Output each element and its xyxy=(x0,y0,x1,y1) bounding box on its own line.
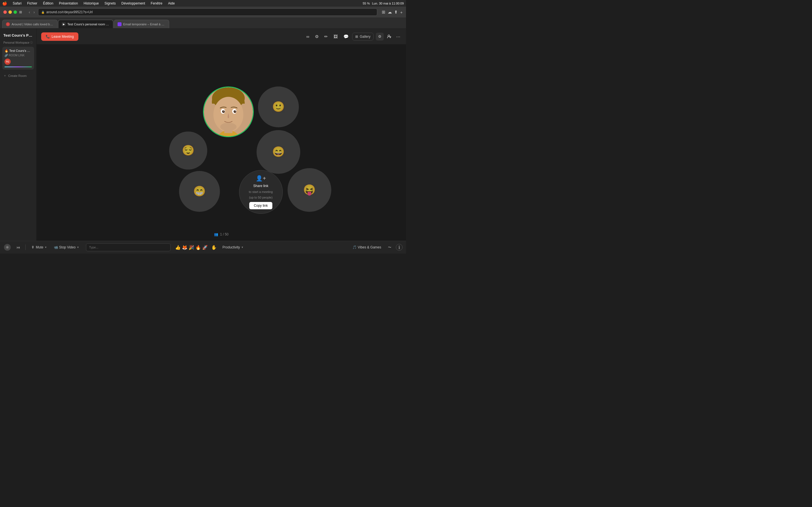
sidebar-toggle-icon[interactable]: ⊞ xyxy=(19,10,22,14)
secure-icon: 🔒 xyxy=(41,11,45,14)
menu-signets[interactable]: Signets xyxy=(103,1,117,6)
participant-emoji-3: 😄 xyxy=(272,146,285,158)
stop-video-button[interactable]: 📹 Stop Video ▼ xyxy=(52,244,82,250)
active-indicator-bar xyxy=(4,66,32,67)
nav-buttons: ‹ › xyxy=(28,9,36,15)
bottom-right-icons: 🎵 Vibes & Games 〜 ℹ xyxy=(350,244,403,251)
browser-chrome: ⊞ ‹ › 🔒 around.co/r/deyax99521?s=Url ⊞ ☁… xyxy=(0,7,406,29)
reaction-party[interactable]: 🎉 xyxy=(189,245,194,250)
sidebar-workspace-subtitle: Personal Workspace ⓘ xyxy=(2,41,34,45)
browser-toolbar: ⊞ ‹ › 🔒 around.co/r/deyax99521?s=Url ⊞ ☁… xyxy=(0,7,406,17)
music-icon: 🎵 xyxy=(352,245,357,249)
chat-input[interactable] xyxy=(89,245,167,249)
add-people-button[interactable] xyxy=(386,33,393,40)
productivity-chevron-icon: ▼ xyxy=(241,246,244,249)
participant-1[interactable]: 🙂 xyxy=(258,87,299,127)
tab-label-0: Around | Video calls loved by extraordin… xyxy=(11,22,54,26)
menu-developpement[interactable]: Développement xyxy=(120,1,146,6)
participant-4[interactable]: 😁 xyxy=(179,171,220,212)
chat-input-area[interactable] xyxy=(86,243,170,251)
menu-aide[interactable]: Aide xyxy=(167,1,176,6)
reaction-rocket[interactable]: 🚀 xyxy=(202,245,208,250)
reaction-thumbs-up[interactable]: 👍 xyxy=(175,245,181,250)
tab-around-home[interactable]: Around | Video calls loved by extraordin… xyxy=(2,20,57,28)
menu-edition[interactable]: Édition xyxy=(42,1,54,6)
participant-emoji-4: 😁 xyxy=(193,185,206,197)
close-window-button[interactable] xyxy=(3,10,7,14)
reaction-fox[interactable]: 🦊 xyxy=(182,245,188,250)
menu-historique[interactable]: Historique xyxy=(82,1,100,6)
forward-button[interactable]: › xyxy=(33,9,36,15)
chat-icon-button[interactable]: 💬 xyxy=(342,33,350,40)
room-name: 🔥 Test Cours's personal ro... xyxy=(4,49,32,53)
tab-label-2: Email temporaire – Email à usage unique … xyxy=(123,22,165,26)
meeting-area: 📞 Leave Meeting ∞ ⚙ ✏ 🖼 💬 ⊞ Gallery ⚙ xyxy=(37,29,406,241)
participant-main[interactable] xyxy=(203,87,254,137)
minimize-window-button[interactable] xyxy=(8,10,12,14)
participant-2[interactable]: 😌 xyxy=(169,131,207,170)
reaction-emojis: 👍 🦊 🎉 🔥 🚀 xyxy=(175,245,208,250)
raise-hand-button[interactable]: ✋ xyxy=(210,244,218,251)
settings-icon-button[interactable]: ⚙ xyxy=(314,33,320,40)
gallery-button[interactable]: ⊞ Gallery xyxy=(352,33,373,41)
sidebar-room-item[interactable]: 🔥 Test Cours's personal ro... 🔗 ROOM LIN… xyxy=(2,47,34,69)
participant-emoji-1: 🙂 xyxy=(272,101,285,113)
room-link[interactable]: 🔗 ROOM LINK xyxy=(4,54,32,57)
participant-count: 👥 1 / 50 xyxy=(214,232,229,236)
mute-button[interactable]: 🎙 Mute ▼ xyxy=(29,244,49,250)
participants-layout: 🙂 😌 😄 😁 👤+ Share l xyxy=(131,64,312,222)
apple-menu[interactable]: 🍎 xyxy=(2,1,7,6)
back-button[interactable]: ‹ xyxy=(28,9,31,15)
productivity-button[interactable]: Productivity ▼ xyxy=(220,244,246,250)
share-subtitle: to start a meeting xyxy=(249,190,273,193)
toolbar-icons: ∞ ⚙ ✏ 🖼 💬 xyxy=(305,33,350,40)
add-bookmark-button[interactable]: + xyxy=(400,10,403,15)
leave-meeting-button[interactable]: 📞 Leave Meeting xyxy=(41,33,79,41)
sidebar-toggle-button[interactable]: ⏮ xyxy=(15,244,22,251)
reaction-fire[interactable]: 🔥 xyxy=(195,245,201,250)
edit-icon-button[interactable]: ✏ xyxy=(323,33,329,40)
menu-presentation[interactable]: Présentation xyxy=(58,1,79,6)
maximize-window-button[interactable] xyxy=(13,10,17,14)
address-bar[interactable]: 🔒 around.co/r/deyax99521?s=Url xyxy=(38,8,377,16)
menu-fenetre[interactable]: Fenêtre xyxy=(150,1,163,6)
svg-point-6 xyxy=(223,110,224,111)
participant-5-bubble: 👤+ Share link to start a meeting (up to … xyxy=(238,170,283,215)
tab-label-1: Test Cours's personal room | Around xyxy=(67,22,110,26)
info-button[interactable]: ℹ xyxy=(396,244,403,251)
menu-fichier[interactable]: Fichier xyxy=(26,1,38,6)
count-text: 1 / 50 xyxy=(220,232,229,236)
participant-emoji-2: 😌 xyxy=(182,145,195,156)
sidebar-workspace-title: Test Cours's Person... xyxy=(2,32,34,39)
image-icon-button[interactable]: 🖼 xyxy=(333,33,339,40)
participant-emoji-6: 😝 xyxy=(303,184,316,196)
video-grid: 🙂 😌 😄 😁 👤+ Share l xyxy=(37,45,406,241)
video-feed xyxy=(204,87,253,136)
create-room-button[interactable]: ＋ Create Room xyxy=(2,72,34,79)
svg-point-8 xyxy=(234,110,236,113)
participant-6[interactable]: 😝 xyxy=(288,168,331,212)
info-icon: ℹ xyxy=(398,245,400,250)
tab-favicon-email xyxy=(117,22,121,26)
svg-rect-12 xyxy=(220,133,237,136)
icloud-icon[interactable]: ☁ xyxy=(388,10,392,15)
new-tab-button[interactable]: ⊞ xyxy=(382,10,386,15)
infinity-icon-button[interactable]: ∞ xyxy=(305,33,310,40)
vibes-games-button[interactable]: 🎵 Vibes & Games xyxy=(350,244,384,250)
copy-link-button[interactable]: Copy link xyxy=(249,202,272,209)
video-chevron-icon: ▼ xyxy=(77,246,79,249)
tab-email[interactable]: Email temporaire – Email à usage unique … xyxy=(114,20,169,28)
menu-safari[interactable]: Safari xyxy=(11,1,22,6)
participant-3[interactable]: 😄 xyxy=(257,130,300,174)
tab-favicon-meeting: ▶ xyxy=(62,22,66,26)
share-title: Share link xyxy=(253,184,268,188)
svg-point-9 xyxy=(235,110,236,111)
mic-icon: 🎙 xyxy=(31,245,35,249)
share-count: (up to 50 people) xyxy=(249,196,272,199)
share-button[interactable]: ⬆ xyxy=(394,10,398,15)
layout-settings-button[interactable]: ⚙ xyxy=(376,33,384,41)
info-circle-icon: ⓘ xyxy=(30,41,33,45)
tab-around-meeting[interactable]: ▶ Test Cours's personal room | Around xyxy=(58,20,113,28)
more-options-button[interactable]: ⋯ xyxy=(395,33,402,40)
waveform-button[interactable]: 〜 xyxy=(386,244,394,251)
